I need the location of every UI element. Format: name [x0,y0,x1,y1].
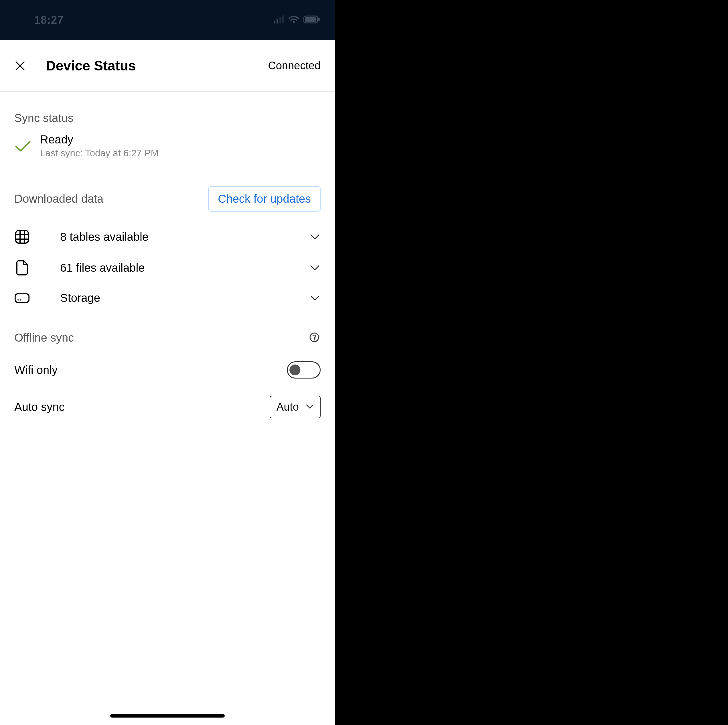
wifi-only-toggle[interactable] [287,361,321,379]
page-header: Device Status Connected [0,40,335,92]
svg-point-4 [293,21,295,23]
cellular-icon [274,15,284,24]
battery-icon [303,15,320,24]
svg-rect-13 [15,294,29,302]
files-label: 61 files available [46,262,309,274]
auto-sync-value: Auto [277,401,299,413]
phone-frame: 18:27 Device Status Connected Sync statu… [0,0,335,725]
svg-rect-1 [277,19,278,23]
svg-rect-3 [282,15,284,23]
page-title: Device Status [46,58,268,73]
chevron-down-icon [309,295,321,301]
status-time: 18:27 [34,14,64,26]
help-icon [309,332,320,343]
close-button[interactable] [14,60,26,72]
svg-rect-2 [279,17,281,23]
svg-rect-7 [318,18,320,21]
offline-header: Offline sync [0,318,335,353]
wifi-icon [288,15,300,25]
auto-sync-row: Auto sync Auto [0,387,335,433]
content-area: Sync status Ready Last sync: Today at 6:… [0,92,335,725]
svg-rect-6 [305,17,316,22]
sync-section-label: Sync status [0,92,335,133]
svg-rect-8 [16,231,28,243]
help-button[interactable] [309,332,321,344]
close-icon [15,61,25,71]
status-bar: 18:27 [0,0,335,40]
offline-section-label: Offline sync [14,331,74,344]
sync-status-row: Ready Last sync: Today at 6:27 PM [0,133,335,170]
auto-sync-select[interactable]: Auto [270,396,321,418]
wifi-only-label: Wifi only [14,364,58,376]
storage-icon [14,293,30,303]
checkmark-icon [14,140,32,152]
chevron-down-icon [309,265,321,271]
svg-point-14 [17,299,19,301]
svg-point-15 [20,299,21,301]
status-icons [274,15,320,25]
connection-status: Connected [268,60,321,72]
svg-rect-0 [274,21,275,23]
storage-label: Storage [46,292,309,304]
storage-row[interactable]: Storage [0,283,335,312]
tables-row[interactable]: 8 tables available [0,222,335,252]
toggle-knob [289,364,300,375]
svg-point-17 [314,339,315,340]
downloaded-header: Downloaded data Check for updates [0,170,335,222]
chevron-down-icon [306,404,314,410]
check-updates-button[interactable]: Check for updates [208,186,321,212]
file-icon [14,260,30,275]
wifi-only-row: Wifi only [0,353,335,387]
downloaded-section-label: Downloaded data [14,193,103,205]
sync-state: Ready [40,133,321,146]
auto-sync-label: Auto sync [14,401,65,413]
last-sync-text: Last sync: Today at 6:27 PM [40,148,321,159]
chevron-down-icon [309,234,321,240]
grid-icon [14,229,30,244]
home-indicator[interactable] [110,714,225,717]
sync-text: Ready Last sync: Today at 6:27 PM [40,133,321,159]
files-row[interactable]: 61 files available [0,252,335,283]
tables-label: 8 tables available [46,231,309,243]
